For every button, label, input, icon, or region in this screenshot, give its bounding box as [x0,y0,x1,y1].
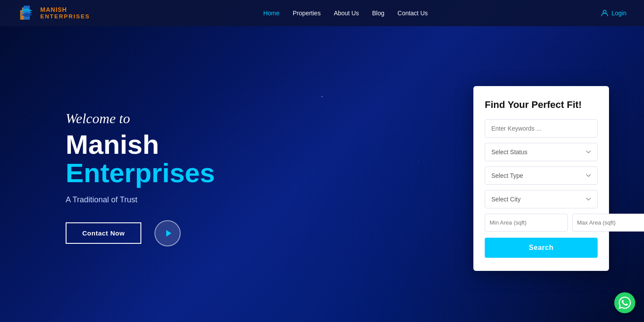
nav-item-about[interactable]: About Us [334,9,359,17]
nav-link-home[interactable]: Home [263,10,280,17]
logo-icon [18,4,36,22]
contact-now-button[interactable]: Contact Now [66,222,141,244]
search-form-heading: Find Your Perfect Fit! [485,99,598,111]
nav-item-home[interactable]: Home [263,9,280,17]
svg-marker-10 [166,230,172,236]
hero-subtitle: A Traditional of Trust [66,195,215,204]
min-area-input[interactable] [485,214,568,232]
navbar: MANISH ENTERPRISES Home Properties About… [0,0,644,26]
nav-link-contact[interactable]: Contact Us [398,10,428,17]
city-select[interactable]: Select City Mumbai Delhi Bangalore [485,190,598,208]
brand-name: MANISH [40,7,90,13]
play-icon [164,229,173,238]
nav-links: Home Properties About Us Blog Contact Us [263,9,428,17]
user-icon [601,10,608,17]
status-select[interactable]: Select Status For Sale For Rent [485,143,598,161]
nav-link-about[interactable]: About Us [334,10,359,17]
welcome-text: Welcome to [66,111,215,127]
login-label[interactable]: Login [612,10,626,17]
max-area-input[interactable] [572,214,644,232]
whatsapp-icon [619,297,631,309]
hero-title-cyan: Enterprises [66,158,215,188]
logo-text: MANISH ENTERPRISES [40,7,90,20]
hero-actions: Contact Now [66,220,215,246]
login-area[interactable]: Login [601,10,626,17]
brand-subtitle: ENTERPRISES [40,14,90,20]
nav-link-properties[interactable]: Properties [293,10,321,17]
type-select[interactable]: Select Type Apartment House Commercial [485,166,598,185]
nav-link-blog[interactable]: Blog [372,10,384,17]
hero-left: Welcome to Manish Enterprises A Traditio… [66,111,215,246]
nav-item-blog[interactable]: Blog [372,9,384,17]
play-video-button[interactable] [154,220,181,246]
hero-title-bold: Manish [66,131,215,158]
keywords-input[interactable] [485,119,598,138]
hero-section: Welcome to Manish Enterprises A Traditio… [0,26,644,322]
search-form: Find Your Perfect Fit! Select Status For… [473,86,609,271]
search-button[interactable]: Search [485,238,598,258]
area-row [485,214,598,232]
logo[interactable]: MANISH ENTERPRISES [18,4,90,22]
nav-item-contact[interactable]: Contact Us [398,9,428,17]
nav-item-properties[interactable]: Properties [293,9,321,17]
whatsapp-button[interactable] [614,292,635,313]
